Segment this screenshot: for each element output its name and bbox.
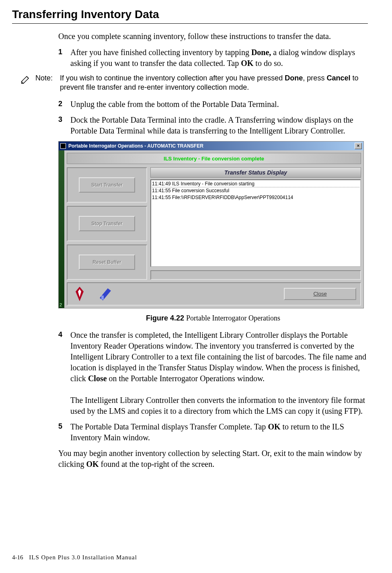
side-counter: 2 bbox=[60, 302, 62, 307]
step-body: Once the transfer is completed, the Inte… bbox=[70, 330, 368, 417]
step-3: 3 Dock the Portable Data Terminal into t… bbox=[58, 115, 368, 136]
closing-paragraph: You may begin another inventory collecti… bbox=[58, 448, 368, 470]
window-close-button[interactable]: × bbox=[355, 143, 362, 149]
text-fragment: The Portable Data Terminal displays Tran… bbox=[70, 422, 268, 431]
text-fragment: on the Portable Interrogator Operations … bbox=[107, 374, 265, 383]
close-button[interactable]: Close bbox=[284, 288, 356, 300]
bottom-toolbar: Close bbox=[67, 282, 361, 306]
step-number: 1 bbox=[58, 47, 66, 69]
step-number: 4 bbox=[58, 330, 66, 417]
badge-icon bbox=[72, 286, 88, 302]
strong-close: Close bbox=[88, 374, 107, 383]
intro-text: Once you complete scanning inventory, fo… bbox=[58, 31, 368, 41]
note-block: Note: If you wish to continue the invent… bbox=[20, 74, 368, 92]
figure-number: Figure 4.22 bbox=[146, 314, 186, 322]
step-number: 3 bbox=[58, 115, 66, 136]
book-title: ILS Open Plus 3.0 Installation Manual bbox=[29, 554, 137, 561]
strong-done: Done bbox=[285, 74, 303, 82]
clip-icon bbox=[97, 286, 113, 302]
note-text: If you wish to continue the inventory co… bbox=[60, 74, 368, 92]
step-body: After you have finished collecting inven… bbox=[70, 47, 368, 69]
strong-ok: OK bbox=[268, 422, 280, 431]
page-number: 4-16 bbox=[12, 554, 23, 561]
log-line[interactable]: 11:41:55 File:\\RFIDSERVER\RFIDDB\AppSer… bbox=[152, 194, 359, 201]
log-line[interactable]: 11:41:49 ILS Inventory - File conversion… bbox=[152, 181, 359, 187]
title-bar: Portable Interrogator Operations - AUTOM… bbox=[59, 142, 363, 150]
step-5: 5 The Portable Data Terminal displays Tr… bbox=[58, 421, 368, 443]
note-label: Note: bbox=[35, 74, 56, 83]
step-body: Dock the Portable Data Terminal into the… bbox=[70, 115, 368, 136]
start-transfer-button[interactable]: Start Transfer bbox=[79, 177, 135, 193]
transfer-status-list[interactable]: 11:41:49 ILS Inventory - File conversion… bbox=[150, 179, 361, 267]
button-panel: Stop Transfer bbox=[67, 206, 147, 241]
app-window: Portable Interrogator Operations - AUTOM… bbox=[58, 141, 364, 308]
reset-buffer-button[interactable]: Reset Buffer bbox=[79, 255, 135, 270]
figure-caption: Figure 4.22 Portable Interrogator Operat… bbox=[58, 314, 368, 322]
figure-title: Portable Interrogator Operations bbox=[186, 314, 280, 322]
text-fragment: found at the top-right of the screen. bbox=[99, 460, 215, 468]
step-body: The Portable Data Terminal displays Tran… bbox=[70, 421, 368, 443]
step-number: 5 bbox=[58, 421, 66, 443]
step-1: 1 After you have finished collecting inv… bbox=[58, 47, 368, 69]
app-icon bbox=[60, 143, 66, 149]
text-fragment: If you wish to continue the inventory co… bbox=[60, 74, 285, 82]
svg-rect-0 bbox=[101, 296, 104, 300]
strong-ok: OK bbox=[86, 460, 99, 468]
strong-cancel: Cancel bbox=[326, 74, 350, 82]
status-banner: ILS Inventory - File conversion complete bbox=[67, 153, 361, 164]
text-fragment: The Intelligent Library Controller then … bbox=[70, 396, 365, 415]
text-fragment: After you have finished collecting inven… bbox=[70, 48, 251, 57]
step-number: 2 bbox=[58, 99, 66, 110]
step-2: 2 Unplug the cable from the bottom of th… bbox=[58, 99, 368, 110]
page-footer: 4-16 ILS Open Plus 3.0 Installation Manu… bbox=[12, 554, 137, 561]
window-title: Portable Interrogator Operations - AUTOM… bbox=[68, 143, 355, 149]
pencil-icon bbox=[20, 74, 31, 85]
text-fragment: to do so. bbox=[253, 59, 283, 68]
status-strip bbox=[150, 270, 361, 280]
side-strip: 2 bbox=[59, 150, 64, 308]
transfer-status-title: Transfer Status Display bbox=[150, 167, 361, 178]
button-panel: Start Transfer bbox=[67, 167, 147, 203]
strong-ok: OK bbox=[241, 59, 253, 68]
stop-transfer-button[interactable]: Stop Transfer bbox=[79, 216, 135, 231]
button-panel: Reset Buffer bbox=[67, 244, 147, 280]
page-heading: Transferring Inventory Data bbox=[12, 8, 368, 24]
log-line[interactable]: 11:41:55 File conversion Successful bbox=[152, 187, 359, 194]
step-4: 4 Once the transfer is completed, the In… bbox=[58, 330, 368, 417]
text-fragment: , press bbox=[303, 74, 326, 82]
step-body: Unplug the cable from the bottom of the … bbox=[70, 99, 368, 110]
strong-done: Done, bbox=[251, 48, 271, 57]
